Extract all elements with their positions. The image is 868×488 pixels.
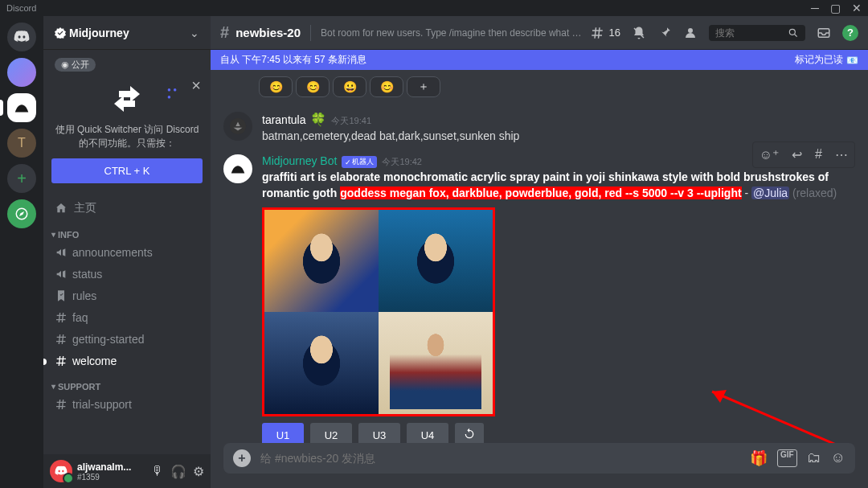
rules-icon (55, 289, 68, 302)
channel-welcome[interactable]: welcome (48, 351, 206, 371)
reaction[interactable]: 😊 (296, 76, 330, 97)
home-button[interactable]: 主页 (48, 196, 206, 220)
home-icon (55, 202, 68, 215)
search-box[interactable] (709, 25, 805, 41)
channel-getting-started[interactable]: getting-started (48, 329, 206, 350)
hash-icon (55, 311, 68, 324)
discord-home-button[interactable] (7, 23, 36, 51)
announcement-icon (55, 268, 68, 281)
deafen-icon[interactable]: 🎧 (170, 464, 186, 479)
message-author[interactable]: Midjourney Bot (262, 154, 337, 167)
new-messages-bar[interactable]: 自从 下午7:45 以来有 57 条新消息 标记为已读 📧 (211, 50, 868, 70)
user-panel: aljwanalm... #1359 🎙 🎧 ⚙ (43, 454, 211, 488)
image-attachment[interactable] (262, 207, 495, 416)
add-reaction-icon[interactable]: ☺⁺ (755, 144, 784, 166)
channel-rules[interactable]: rules (48, 285, 206, 306)
u1-button[interactable]: U1 (262, 423, 304, 443)
settings-icon[interactable]: ⚙ (193, 464, 204, 479)
announcement-icon (55, 246, 68, 259)
search-icon (788, 27, 799, 39)
reaction[interactable]: 😊 (370, 76, 403, 97)
message-input[interactable] (260, 452, 740, 465)
leaf-icon: 🍀 (310, 112, 326, 127)
chevron-down-icon: ⌄ (190, 27, 199, 39)
explore-servers-button[interactable] (7, 199, 36, 228)
add-server-button[interactable]: + (7, 164, 36, 193)
server-header[interactable]: Midjourney ⌄ (43, 16, 211, 50)
reply-icon[interactable]: ↩ (787, 144, 807, 166)
pinned-icon[interactable] (657, 26, 672, 40)
bot-badge: ✓ 机器人 (342, 156, 377, 168)
category-info[interactable]: INFO (48, 220, 206, 241)
reaction[interactable]: 😀 (333, 76, 366, 97)
chat-header: # newbies-20 Bot room for new users. Typ… (211, 16, 868, 50)
u2-button[interactable]: U2 (310, 423, 352, 443)
server-icon-midjourney[interactable] (7, 93, 36, 122)
u4-button[interactable]: U4 (407, 423, 448, 443)
channel-announcements[interactable]: announcements (48, 242, 206, 263)
quick-switcher-button[interactable]: CTRL + K (51, 158, 203, 183)
channel-faq[interactable]: faq (48, 307, 206, 328)
user-name: aljwanalm... (77, 461, 146, 473)
avatar[interactable] (223, 154, 252, 183)
sticker-icon[interactable]: 🗂 (807, 449, 821, 467)
message-actions: ☺⁺ ↩ # ⋯ (752, 141, 855, 168)
hash-icon (55, 398, 68, 411)
category-support[interactable]: SUPPORT (48, 372, 206, 393)
app-name: Discord (6, 3, 36, 13)
channel-topic[interactable]: Bot room for new users. Type /imagine th… (321, 27, 583, 39)
quick-switcher-panel: × ● ●● 使用 Quick Switcher 访问 Discord 的不同功… (43, 75, 211, 191)
thread-icon[interactable]: # (810, 144, 827, 166)
rerun-button[interactable] (455, 423, 484, 443)
gift-icon[interactable]: 🎁 (750, 449, 768, 467)
emoji-icon[interactable]: ☺ (831, 449, 845, 467)
server-icon-1[interactable] (7, 58, 36, 87)
upscale-buttons: U1 U2 U3 U4 (262, 423, 855, 443)
hash-icon: # (220, 23, 229, 42)
user-tag: #1359 (77, 473, 146, 482)
attach-button[interactable]: + (233, 449, 251, 467)
search-input[interactable] (715, 27, 783, 39)
mark-read-icon: 📧 (846, 55, 858, 66)
verified-icon (55, 27, 66, 39)
channel-sidebar: Midjourney ⌄ ◉ 公开 × ● ●● 使用 Quick Switch… (43, 16, 211, 488)
gif-icon[interactable]: GIF (777, 449, 797, 467)
server-name-label: Midjourney (69, 27, 129, 39)
message-author[interactable]: tarantula (262, 113, 305, 126)
channel-trial-support[interactable]: trial-support (48, 394, 206, 415)
window-titlebar: Discord ─ ▢ ✕ (0, 0, 868, 16)
avatar[interactable] (223, 112, 252, 141)
public-badge: ◉ 公开 (55, 58, 96, 72)
u3-button[interactable]: U3 (358, 423, 400, 443)
quick-switcher-text: 使用 Quick Switcher 访问 Discord 的不同功能。只需按： (51, 123, 203, 150)
new-messages-text: 自从 下午7:45 以来有 57 条新消息 (220, 53, 366, 67)
chat-area: # newbies-20 Bot room for new users. Typ… (211, 16, 868, 488)
members-icon[interactable] (683, 26, 698, 40)
inbox-icon[interactable] (817, 26, 831, 40)
help-icon[interactable]: ? (842, 25, 858, 41)
message-timestamp: 今天19:41 (331, 115, 371, 127)
switcher-arrows-icon: ● ●● (51, 80, 203, 118)
more-icon[interactable]: ⋯ (830, 144, 853, 166)
threads-icon[interactable] (590, 26, 604, 40)
maximize-button[interactable]: ▢ (830, 2, 841, 14)
chat-input: + 🎁 GIF 🗂 ☺ (223, 443, 855, 474)
close-button[interactable]: ✕ (852, 2, 862, 14)
message-content: graffiti art is elaborate monochromatic … (262, 170, 855, 201)
reaction[interactable]: 😊 (259, 76, 293, 97)
server-icon-2[interactable]: T (7, 129, 36, 158)
mute-mic-icon[interactable]: 🎙 (151, 464, 164, 479)
hash-icon (55, 333, 68, 346)
svg-point-2 (789, 29, 795, 35)
message-timestamp: 今天19:42 (382, 156, 422, 168)
thread-count: 16 (609, 27, 620, 39)
minimize-button[interactable]: ─ (811, 2, 819, 14)
add-reaction[interactable]: ＋ (407, 76, 440, 97)
server-list: T + (0, 16, 43, 488)
user-avatar[interactable] (50, 460, 72, 482)
message: ☺⁺ ↩ # ⋯ Midjourney Bot ✓ 机器人 今天19:42 gr… (223, 150, 855, 443)
hash-icon (55, 355, 68, 367)
reactions-row: 😊 😊 😀 😊 ＋ (259, 76, 855, 97)
notifications-icon[interactable] (632, 26, 646, 40)
channel-status[interactable]: status (48, 264, 206, 285)
